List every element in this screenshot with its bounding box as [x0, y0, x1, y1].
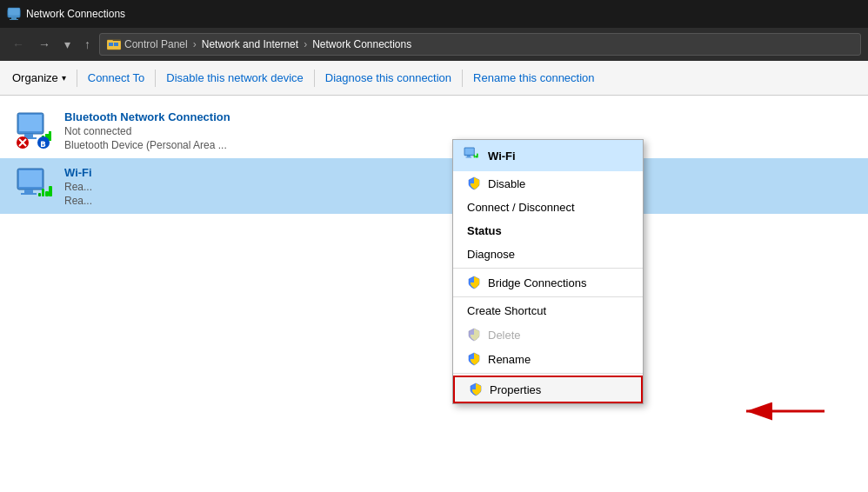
- toolbar: Organize ▾ Connect To Disable this netwo…: [0, 61, 868, 96]
- context-properties[interactable]: Properties: [453, 376, 643, 403]
- title-bar: Network Connections: [0, 0, 868, 28]
- bluetooth-item-name: Bluetooth Network Connection: [64, 110, 230, 123]
- svg-rect-24: [21, 193, 37, 195]
- toolbar-separator-1: [77, 70, 77, 87]
- context-connect-label: Connect / Disconnect: [467, 201, 575, 214]
- svg-rect-1: [11, 17, 17, 19]
- back-button[interactable]: ←: [7, 34, 30, 55]
- context-delete-label: Delete: [488, 329, 521, 342]
- svg-rect-33: [475, 156, 477, 158]
- shield-bridge-icon: [467, 276, 481, 289]
- dropdown-button[interactable]: ▾: [59, 34, 76, 55]
- shield-rename-icon: [467, 352, 481, 366]
- shield-delete-icon: [467, 328, 481, 342]
- properties-arrow: [729, 385, 833, 437]
- context-disable[interactable]: Disable: [453, 171, 643, 196]
- svg-rect-7: [109, 43, 113, 46]
- wifi-item-name: Wi-Fi: [64, 166, 92, 179]
- svg-rect-2: [10, 19, 18, 20]
- organize-button[interactable]: Organize ▾: [3, 61, 75, 95]
- context-bridge[interactable]: Bridge Connections: [453, 270, 643, 295]
- context-status-label: Status: [467, 224, 502, 237]
- content-area: ʙ Bluetooth Network Connection Not conne…: [0, 96, 868, 492]
- context-delete: Delete: [453, 322, 643, 347]
- toolbar-separator-2: [155, 70, 156, 87]
- context-sep-1: [453, 268, 643, 269]
- svg-rect-25: [45, 191, 49, 196]
- context-diagnose-label: Diagnose: [467, 248, 515, 261]
- context-disable-label: Disable: [488, 177, 525, 190]
- context-diagnose[interactable]: Diagnose: [453, 243, 643, 266]
- wifi-item-status1: Rea...: [64, 181, 92, 193]
- svg-rect-35: [477, 154, 478, 158]
- toolbar-separator-4: [462, 70, 463, 87]
- svg-rect-26: [42, 189, 44, 196]
- bluetooth-item-info: Bluetooth Network Connection Not connect…: [64, 110, 230, 151]
- svg-rect-30: [465, 149, 474, 155]
- bluetooth-item-type: Bluetooth Device (Personal Area ...: [64, 139, 230, 151]
- bluetooth-item-status: Not connected: [64, 125, 230, 137]
- context-wifi-icon: [464, 147, 481, 164]
- forward-button[interactable]: →: [33, 34, 56, 55]
- shield-properties-icon: [469, 382, 483, 396]
- address-bar: ← → ▾ ↑ Control Panel › Network and Inte…: [0, 28, 868, 61]
- svg-rect-15: [49, 131, 51, 141]
- context-menu-title: Wi-Fi: [488, 150, 516, 163]
- context-sep-3: [453, 373, 643, 374]
- up-button[interactable]: ↑: [79, 34, 96, 55]
- wifi-network-item[interactable]: Wi-Fi Rea... Rea...: [0, 158, 868, 214]
- shield-disable-icon: [467, 176, 481, 190]
- context-menu-header: Wi-Fi: [453, 140, 643, 171]
- context-connect-disconnect[interactable]: Connect / Disconnect: [453, 196, 643, 219]
- bluetooth-network-item[interactable]: ʙ Bluetooth Network Connection Not conne…: [0, 103, 868, 158]
- wifi-computer-icon: [14, 165, 56, 207]
- context-shortcut-label: Create Shortcut: [467, 304, 546, 317]
- svg-rect-22: [19, 170, 42, 187]
- arrow-indicator: [729, 385, 833, 440]
- context-bridge-label: Bridge Connections: [488, 276, 586, 289]
- connect-to-button[interactable]: Connect To: [79, 61, 154, 95]
- bluetooth-computer-icon: ʙ: [14, 110, 56, 151]
- context-status[interactable]: Status: [453, 219, 643, 243]
- folder-icon: [107, 37, 121, 51]
- context-sep-2: [453, 296, 643, 297]
- path-network-internet: Network and Internet: [202, 38, 298, 50]
- svg-rect-10: [19, 115, 42, 131]
- network-connections-icon: [7, 7, 21, 21]
- address-box: Control Panel › Network and Internet › N…: [99, 33, 861, 56]
- context-create-shortcut[interactable]: Create Shortcut: [453, 299, 643, 322]
- svg-rect-3: [8, 8, 20, 16]
- svg-rect-31: [467, 156, 471, 157]
- wifi-item-info: Wi-Fi Rea... Rea...: [64, 166, 92, 207]
- bluetooth-icon-container: ʙ: [14, 110, 56, 151]
- svg-rect-34: [474, 155, 475, 158]
- rename-button[interactable]: Rename this connection: [464, 61, 603, 95]
- wifi-icon-container: [14, 165, 56, 207]
- disable-device-button[interactable]: Disable this network device: [157, 61, 312, 95]
- path-control-panel: Control Panel: [124, 38, 188, 50]
- svg-rect-27: [49, 186, 52, 196]
- svg-rect-5: [107, 40, 113, 43]
- title-bar-text: Network Connections: [26, 8, 125, 20]
- context-menu: Wi-Fi Disable Connect / Disconnect Statu…: [452, 139, 644, 404]
- svg-rect-8: [114, 43, 118, 46]
- svg-rect-32: [466, 157, 472, 158]
- wifi-item-status2: Rea...: [64, 195, 92, 207]
- svg-rect-28: [38, 193, 41, 196]
- path-network-connections: Network Connections: [312, 38, 411, 50]
- diagnose-button[interactable]: Diagnose this connection: [317, 61, 460, 95]
- svg-text:ʙ: ʙ: [40, 138, 46, 149]
- context-rename[interactable]: Rename: [453, 347, 643, 371]
- context-properties-label: Properties: [490, 383, 541, 396]
- svg-rect-11: [24, 134, 33, 137]
- toolbar-separator-3: [314, 70, 315, 87]
- context-rename-label: Rename: [488, 353, 531, 366]
- svg-rect-23: [24, 189, 33, 193]
